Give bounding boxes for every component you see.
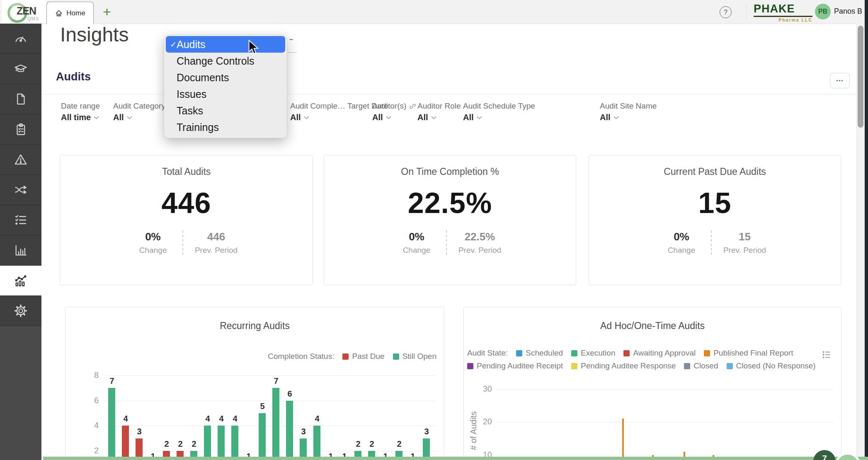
gridline bbox=[497, 422, 834, 422]
bar-value-label: 4 bbox=[228, 414, 242, 424]
bar-value-label: 2 bbox=[392, 439, 406, 449]
sidebar-item-change-controls-shuffle[interactable] bbox=[0, 175, 41, 205]
gridline bbox=[497, 455, 834, 455]
stat-prev-label: Prev. Period bbox=[195, 246, 238, 255]
help-button[interactable]: ? bbox=[720, 6, 732, 18]
filter-label: Audit Site Name bbox=[600, 102, 657, 111]
sidebar-item-audits-clipboard[interactable] bbox=[0, 114, 41, 145]
tasks-checklist-icon bbox=[14, 213, 28, 227]
header-divider bbox=[41, 94, 856, 94]
stat-title: On Time Completion % bbox=[401, 166, 499, 177]
adhoc-audits-plot: 302010 bbox=[464, 307, 842, 460]
stat-change-value: 0% bbox=[399, 230, 434, 243]
dropdown-option-trainings[interactable]: Trainings bbox=[164, 119, 287, 136]
reports-bar-chart-icon bbox=[14, 243, 28, 257]
bar-value-label: 2 bbox=[351, 439, 365, 449]
stat-title: Total Audits bbox=[162, 166, 211, 177]
bar-value-label: 5 bbox=[255, 402, 269, 411]
more-options-button[interactable]: ... bbox=[830, 73, 850, 88]
filter-value[interactable]: All bbox=[463, 113, 535, 122]
settings-gear-icon bbox=[14, 304, 28, 318]
y-tick-label: 30 bbox=[475, 384, 492, 394]
sidebar-item-trainings-gradcap[interactable] bbox=[0, 54, 41, 84]
stat-card-on-time-completion: On Time Completion % 22.5% 0%Change 22.5… bbox=[324, 155, 576, 285]
bar-value-label: 2 bbox=[365, 439, 379, 449]
filter-value[interactable]: All bbox=[417, 113, 461, 122]
gridline bbox=[497, 389, 834, 390]
filter-value[interactable]: All bbox=[113, 113, 165, 122]
dropdown-option-change-controls[interactable]: Change Controls bbox=[164, 53, 287, 69]
filter-value[interactable]: All time bbox=[61, 113, 100, 122]
stat-change-label: Change bbox=[135, 246, 171, 255]
insights-analytics-icon bbox=[14, 274, 28, 288]
chart-card-adhoc-audits: Ad Hoc/One-Time Audits Audit State:Sched… bbox=[463, 307, 841, 460]
recurring-audits-bar bbox=[204, 426, 211, 460]
stat-prev-value: 22.5% bbox=[458, 230, 501, 243]
documents-file-icon bbox=[14, 92, 28, 106]
filter-auditors: Auditor(s) All bbox=[372, 102, 416, 122]
bar-value-label: 6 bbox=[283, 389, 297, 399]
filter-audit-schedule-type: Audit Schedule Type All bbox=[463, 102, 535, 122]
recurring-audits-bar bbox=[108, 388, 115, 460]
stat-card-current-past-due: Current Past Due Audits 15 0%Change 15Pr… bbox=[589, 155, 841, 285]
recurring-audits-bar bbox=[286, 401, 293, 460]
bar-value-label: 3 bbox=[132, 427, 146, 436]
page-title: Insights bbox=[60, 23, 129, 46]
stat-change-value: 0% bbox=[135, 230, 171, 243]
stat-card-total-audits: Total Audits 446 0%Change 446Prev. Perio… bbox=[60, 155, 313, 285]
sidebar-item-dashboard-gauge[interactable] bbox=[0, 24, 41, 54]
y-tick-label: 2 bbox=[82, 446, 99, 455]
gridline bbox=[105, 375, 436, 376]
dropdown-option-documents[interactable]: Documents bbox=[164, 69, 287, 86]
chevron-down-icon bbox=[94, 116, 99, 119]
scrollbar-thumb[interactable] bbox=[858, 26, 863, 128]
chevron-down-icon bbox=[431, 116, 436, 119]
sidebar-item-tasks-checklist[interactable] bbox=[0, 205, 41, 235]
filter-value[interactable]: All bbox=[600, 113, 657, 122]
bar-value-label: 4 bbox=[201, 414, 215, 424]
dropdown-option-audits[interactable]: ✓Audits bbox=[166, 36, 285, 53]
chevron-down-icon bbox=[127, 116, 132, 119]
sidebar-item-insights-analytics[interactable] bbox=[0, 266, 41, 296]
chevron-down-icon bbox=[613, 116, 619, 119]
recurring-audits-bar bbox=[218, 426, 225, 460]
bar-value-label: 3 bbox=[296, 427, 310, 436]
sidebar-item-issues-warning[interactable] bbox=[0, 145, 41, 175]
sidebar-item-reports-bar-chart[interactable] bbox=[0, 235, 41, 266]
stat-value: 15 bbox=[698, 186, 732, 220]
gridline bbox=[105, 451, 436, 451]
sidebar-item-settings-gear[interactable] bbox=[0, 296, 41, 326]
chevron-down-icon bbox=[477, 116, 482, 119]
bar-value-label: 3 bbox=[419, 427, 434, 436]
filter-label: Audit Category bbox=[113, 102, 165, 111]
dropdown-option-issues[interactable]: Issues bbox=[164, 86, 287, 102]
recurring-audits-bar bbox=[231, 426, 238, 460]
bar-value-label: 4 bbox=[310, 414, 324, 424]
filter-value[interactable]: All bbox=[372, 113, 416, 122]
bar-value-label: 2 bbox=[160, 439, 174, 449]
company-logo: PHAKE Pharma LLC bbox=[754, 2, 812, 22]
change-controls-shuffle-icon bbox=[14, 183, 28, 197]
stat-change-value: 0% bbox=[664, 230, 699, 243]
stat-prev-label: Prev. Period bbox=[723, 246, 766, 255]
user-name[interactable]: Panos B bbox=[834, 7, 862, 16]
home-icon bbox=[55, 9, 63, 17]
stat-divider bbox=[182, 230, 183, 255]
y-tick-label: 4 bbox=[82, 421, 99, 430]
user-avatar[interactable]: PB bbox=[815, 4, 831, 19]
recurring-audits-bar bbox=[272, 388, 279, 460]
zen-qms-logo[interactable]: ZEN QMS bbox=[2, 0, 46, 23]
new-tab-button[interactable]: + bbox=[99, 3, 114, 20]
stat-change-label: Change bbox=[399, 246, 434, 255]
stat-divider bbox=[446, 230, 447, 255]
dropdown-option-tasks[interactable]: Tasks bbox=[164, 102, 287, 119]
stat-title: Current Past Due Audits bbox=[664, 166, 766, 177]
chevron-down-icon bbox=[304, 116, 309, 119]
adhoc-audits-bar bbox=[622, 419, 624, 460]
issues-warning-icon bbox=[14, 153, 28, 167]
stat-prev-value: 446 bbox=[195, 230, 238, 243]
link-icon bbox=[409, 103, 416, 110]
left-nav-sidebar bbox=[0, 24, 41, 460]
sidebar-item-documents-file[interactable] bbox=[0, 84, 41, 114]
tab-home[interactable]: Home bbox=[46, 2, 94, 24]
